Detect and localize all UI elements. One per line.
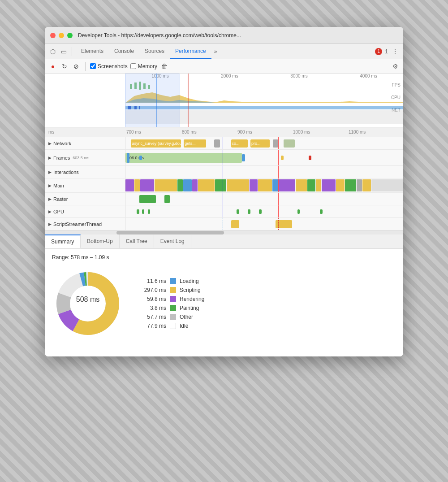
tab-bottom-up[interactable]: Bottom-Up xyxy=(81,234,119,248)
vline-blue-frames xyxy=(223,150,223,165)
main-tabs: Elements Console Sources Performance » xyxy=(76,44,375,59)
summary-panel: Range: 578 ms – 1.09 s 508 ms xyxy=(45,249,403,356)
frames-block-blue xyxy=(127,153,129,163)
main-block-2 xyxy=(134,179,140,191)
frames-block-small-1 xyxy=(139,156,142,160)
tab-elements[interactable]: Elements xyxy=(76,44,109,59)
network-expand-arrow[interactable]: ▶ xyxy=(48,141,52,146)
legend: 11.6 ms Loading 297.0 ms Scripting 59.8 … xyxy=(142,278,204,329)
title-bar: Developer Tools - https://developers.goo… xyxy=(45,27,403,44)
main-content xyxy=(125,178,403,192)
vline-blue-network xyxy=(223,137,223,149)
maximize-button[interactable] xyxy=(67,33,73,38)
main-block-rest xyxy=(371,179,403,191)
network-content: async_survey (survey.g.double a gets... … xyxy=(125,137,403,149)
close-button[interactable] xyxy=(50,33,56,38)
legend-other: 57.7 ms Other xyxy=(142,314,204,320)
scrollbar-thumb[interactable] xyxy=(116,231,224,234)
main-block-15 xyxy=(296,179,307,191)
svg-text:508 ms: 508 ms xyxy=(76,295,99,303)
main-blocks xyxy=(125,179,403,191)
cursor-icon[interactable]: ⬡ xyxy=(48,47,57,56)
raster-label-text: Raster xyxy=(53,196,68,202)
gpu-block-8 xyxy=(320,209,323,214)
tab-performance[interactable]: Performance xyxy=(170,44,211,59)
tab-call-tree[interactable]: Call Tree xyxy=(120,234,154,248)
gpu-expand-arrow[interactable]: ▶ xyxy=(48,209,52,214)
scriptstreamer-label-text: ScriptStreamerThread xyxy=(53,221,102,227)
frames-expand-arrow[interactable]: ▶ xyxy=(48,156,52,160)
frames-block-main: 206.0 ms xyxy=(125,153,242,163)
other-ms: 57.7 ms xyxy=(142,314,166,320)
frames-label[interactable]: ▶ Frames 603.5 ms xyxy=(45,150,125,165)
more-tabs-button[interactable]: » xyxy=(211,48,220,55)
device-icon[interactable]: ▭ xyxy=(59,47,68,56)
gpu-block-5 xyxy=(248,209,250,214)
raster-label[interactable]: ▶ Raster xyxy=(45,193,125,205)
trash-icon[interactable]: 🗑 xyxy=(160,62,169,71)
gpu-block-3 xyxy=(148,209,150,214)
screenshots-checkbox[interactable] xyxy=(90,63,96,69)
interactions-label-text: Interactions xyxy=(53,169,79,175)
main-block-14 xyxy=(279,179,295,191)
vline-red-raster xyxy=(278,193,279,205)
rendering-label: Rendering xyxy=(180,296,204,302)
vline-blue-raster xyxy=(223,193,223,205)
memory-label: Memory xyxy=(138,63,157,69)
network-block-6 xyxy=(273,139,278,148)
tab-console[interactable]: Console xyxy=(109,44,139,59)
gpu-block-2 xyxy=(142,209,144,214)
record-button[interactable]: ● xyxy=(48,62,57,71)
main-toolbar: ⬡ ▭ Elements Console Sources Performance… xyxy=(45,44,403,59)
ruler-mark-2: 800 ms xyxy=(181,130,237,135)
memory-checkbox[interactable] xyxy=(130,63,136,69)
minimize-button[interactable] xyxy=(59,33,64,38)
screenshots-checkbox-label[interactable]: Screenshots xyxy=(90,63,128,69)
frames-label-text: Frames xyxy=(53,155,70,161)
memory-checkbox-label[interactable]: Memory xyxy=(130,63,157,69)
main-label-text: Main xyxy=(53,183,64,188)
raster-block-2 xyxy=(164,195,170,203)
toolbar-right: 1 1 ⋮ xyxy=(375,47,400,56)
scrollbar-area xyxy=(45,231,403,234)
timeline-row-interactions: ▶ Interactions xyxy=(45,166,403,178)
traffic-lights xyxy=(50,33,73,38)
gpu-label[interactable]: ▶ GPU xyxy=(45,205,125,217)
ruler-marks: 700 ms 800 ms 900 ms 1000 ms 1100 ms xyxy=(125,130,403,135)
tab-event-log[interactable]: Event Log xyxy=(154,234,191,248)
rendering-ms: 59.8 ms xyxy=(142,296,166,302)
main-block-7 xyxy=(192,179,198,191)
interactions-label[interactable]: ▶ Interactions xyxy=(45,166,125,178)
interactions-expand-arrow[interactable]: ▶ xyxy=(48,170,52,174)
reload-button[interactable]: ↻ xyxy=(60,62,69,71)
raster-expand-arrow[interactable]: ▶ xyxy=(48,197,52,201)
clear-button[interactable]: ⊘ xyxy=(72,62,81,71)
main-block-4 xyxy=(155,179,177,191)
main-block-20 xyxy=(345,179,356,191)
menu-icon[interactable]: ⋮ xyxy=(391,47,400,56)
main-label[interactable]: ▶ Main xyxy=(45,178,125,192)
timeline-row-network: ▶ Network async_survey (survey.g.double … xyxy=(45,137,403,150)
network-label[interactable]: ▶ Network xyxy=(45,137,125,149)
tab-summary[interactable]: Summary xyxy=(45,234,81,248)
tab-sources[interactable]: Sources xyxy=(139,44,170,59)
main-block-1 xyxy=(125,179,134,191)
vline-red-scriptstreamer xyxy=(278,218,279,230)
scriptstreamer-label[interactable]: ▶ ScriptStreamerThread xyxy=(45,218,125,230)
window-title: Developer Tools - https://developers.goo… xyxy=(78,32,398,39)
main-block-12 xyxy=(258,179,272,191)
network-block-5: pro... xyxy=(250,139,270,148)
settings-icon[interactable]: ⚙ xyxy=(391,62,400,71)
action-toolbar: ● ↻ ⊘ Screenshots Memory 🗑 ⚙ xyxy=(45,59,403,74)
idle-color xyxy=(170,323,176,329)
error-badge: 1 xyxy=(375,48,382,55)
devtools-window: Developer Tools - https://developers.goo… xyxy=(45,27,403,356)
legend-rendering: 59.8 ms Rendering xyxy=(142,296,204,302)
raster-block-1 xyxy=(139,195,156,203)
main-block-9 xyxy=(215,179,226,191)
toolbar-icons: ⬡ ▭ xyxy=(48,47,72,56)
screenshots-label: Screenshots xyxy=(98,63,128,69)
scriptstreamer-expand-arrow[interactable]: ▶ xyxy=(48,222,52,226)
main-block-13 xyxy=(272,179,278,191)
main-expand-arrow[interactable]: ▶ xyxy=(48,183,52,188)
